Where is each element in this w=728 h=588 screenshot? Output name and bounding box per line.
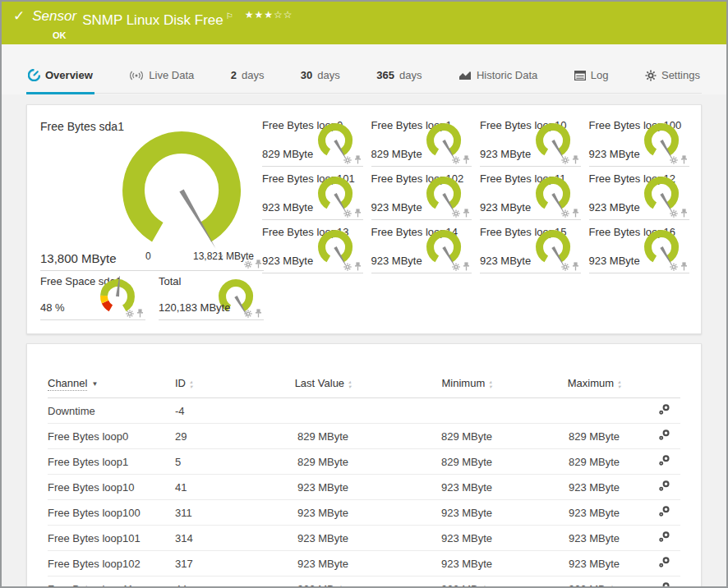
gear-icon[interactable] (244, 260, 252, 269)
gear-icon[interactable] (343, 156, 352, 164)
pin-icon[interactable] (680, 155, 688, 164)
gear-icon[interactable] (343, 263, 352, 271)
gauge-value: 923 MByte (589, 201, 640, 214)
gauge-value: 13,800 MByte (40, 251, 117, 265)
gear-icon[interactable] (452, 209, 460, 218)
priority-stars[interactable]: ★★★☆☆ (245, 7, 293, 22)
gear-icon[interactable] (452, 263, 460, 271)
pin-icon[interactable] (463, 209, 470, 218)
small-gauges-row: Free Space sda148 %Total120,183 MByte (40, 269, 264, 320)
gear-icon[interactable] (670, 156, 678, 164)
tab-label: Log (591, 69, 609, 81)
tab-number: 30 (301, 69, 312, 81)
gear-icon[interactable] (126, 310, 134, 318)
pin-icon[interactable] (680, 262, 688, 271)
gear-icon[interactable] (670, 263, 678, 271)
column-header-maximum[interactable]: Maximum▴▾ (541, 374, 647, 398)
gauge-value: 923 MByte (480, 201, 531, 214)
cell-channel[interactable]: Free Bytes loop101 (48, 526, 175, 551)
gauge-title: Total (159, 275, 181, 287)
table-row: Free Bytes loop1144923 MByte923 MByte923… (48, 577, 680, 588)
cell-maximum: 923 MByte (541, 526, 647, 551)
channel-settings-icon[interactable] (658, 429, 670, 441)
column-label: ID (175, 377, 186, 389)
tab-2-days[interactable]: 2days (229, 69, 266, 93)
gear-icon[interactable] (343, 209, 352, 218)
pin-icon[interactable] (572, 262, 579, 271)
tab-30-days[interactable]: 30days (299, 69, 342, 93)
cell-minimum: 923 MByte (393, 551, 541, 577)
tab-365-days[interactable]: 365days (375, 69, 423, 93)
tab-log[interactable]: Log (573, 69, 611, 93)
cell-channel[interactable]: Free Bytes loop1 (48, 449, 175, 475)
channel-settings-icon[interactable] (658, 403, 670, 416)
cell-id: 317 (175, 551, 253, 577)
cell-minimum: 923 MByte (393, 577, 541, 588)
pin-icon[interactable] (136, 309, 144, 318)
column-header-channel[interactable]: Channel▼ (48, 374, 175, 398)
pin-icon[interactable] (354, 262, 362, 271)
cell-channel[interactable]: Free Bytes loop10 (48, 475, 175, 500)
cell-minimum (393, 398, 541, 424)
tab-overview[interactable]: Overview (26, 69, 94, 94)
column-header-actions (647, 374, 680, 398)
pin-icon[interactable] (255, 309, 262, 318)
gauge-card-free-bytes-loop15: Free Bytes loop15923 MByte (480, 220, 581, 273)
pin-icon[interactable] (572, 155, 579, 164)
pin-icon[interactable] (354, 155, 362, 164)
chart-icon (458, 71, 472, 80)
tab-live-data[interactable]: Live Data (127, 69, 196, 93)
tab-settings[interactable]: Settings (643, 69, 702, 93)
column-header-last-value[interactable]: Last Value▴▾ (253, 374, 393, 398)
gear-icon[interactable] (670, 209, 678, 218)
channel-settings-icon[interactable] (658, 454, 670, 466)
gauge-min-label: 0 (145, 250, 151, 262)
tab-strip: OverviewLive Data2days30days365daysHisto… (2, 44, 726, 94)
gauge-card-free-space-sda1: Free Space sda148 % (40, 269, 145, 320)
gear-icon[interactable] (561, 263, 569, 271)
pin-icon[interactable] (354, 209, 362, 218)
cell-last-value: 923 MByte (253, 577, 393, 588)
table-row: Free Bytes loop029829 MByte829 MByte829 … (48, 424, 680, 449)
channel-settings-icon[interactable] (658, 531, 670, 543)
cell-last-value: 923 MByte (253, 551, 393, 577)
channel-settings-icon[interactable] (658, 581, 670, 588)
gear-icon[interactable] (561, 209, 569, 218)
tab-label: days (317, 69, 339, 81)
pin-icon[interactable] (463, 155, 470, 164)
channel-settings-icon[interactable] (658, 556, 670, 568)
gauge-card-free-bytes-loop1: Free Bytes loop1829 MByte (371, 113, 472, 167)
cell-maximum: 829 MByte (541, 424, 647, 449)
gauge-card-free-bytes-loop100: Free Bytes loop100923 MByte (589, 113, 690, 167)
column-header-minimum[interactable]: Minimum▴▾ (393, 374, 541, 398)
cell-channel[interactable]: Free Bytes loop102 (48, 551, 175, 577)
gear-icon[interactable] (244, 310, 252, 318)
gear-icon[interactable] (561, 156, 569, 164)
main-gauge-panel: Free Bytes sda1 x̄ 13,800 MByte 0 13,821… (40, 113, 264, 271)
gauge-card-free-bytes-loop13: Free Bytes loop13923 MByte (262, 220, 363, 273)
flag-icon[interactable]: ⚐ (226, 11, 233, 21)
pin-icon[interactable] (463, 262, 470, 271)
cell-channel[interactable]: Free Bytes loop11 (48, 577, 175, 588)
cell-last-value: 923 MByte (253, 526, 393, 551)
cell-channel[interactable]: Free Bytes loop100 (48, 500, 175, 526)
cell-channel[interactable]: Downtime (48, 398, 175, 424)
table-row: Free Bytes loop101314923 MByte923 MByte9… (48, 526, 680, 551)
pin-icon[interactable] (255, 260, 262, 269)
channel-settings-icon[interactable] (658, 480, 670, 492)
gauge-icon (28, 69, 40, 81)
channel-settings-icon[interactable] (658, 505, 670, 517)
object-kind-label: Sensor (32, 7, 76, 25)
cell-channel[interactable]: Free Bytes loop0 (48, 424, 175, 449)
gauge-value: 923 MByte (371, 201, 422, 214)
gauge-card-free-bytes-loop101: Free Bytes loop101923 MByte (262, 167, 363, 220)
pin-icon[interactable] (572, 209, 579, 218)
column-header-id[interactable]: ID▴▾ (175, 374, 253, 398)
page-title: SNMP Linux Disk Free⚐ (82, 7, 233, 30)
gauge-value: 923 MByte (480, 255, 531, 267)
pin-icon[interactable] (680, 209, 688, 218)
tab-historic-data[interactable]: Historic Data (457, 69, 539, 93)
main-gauge: x̄ (112, 125, 251, 264)
gauge-value: 923 MByte (589, 255, 640, 267)
gear-icon[interactable] (452, 156, 460, 164)
